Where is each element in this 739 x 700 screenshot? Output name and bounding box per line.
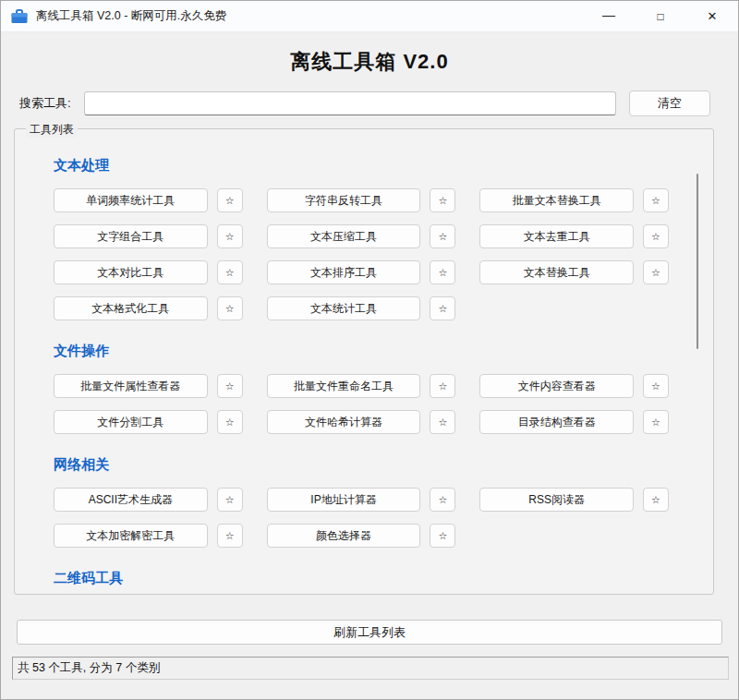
tool-button[interactable]: 文本排序工具 [267,260,421,284]
app-toolbox-icon [10,7,29,26]
favorite-star-button[interactable]: ☆ [430,260,455,284]
tool-button[interactable]: 文本加密解密工具 [54,524,208,548]
window-controls: — □ ✕ [583,1,738,31]
tool-cell: 批量文件重命名工具☆ [267,374,456,398]
tool-button[interactable]: 文本压缩工具 [267,224,421,248]
tool-cell: 单词频率统计工具☆ [54,188,243,212]
tool-button[interactable]: 文件分割工具 [54,410,208,434]
tool-cell: 文件内容查看器☆ [479,374,669,398]
tool-button[interactable]: 文字组合工具 [54,224,208,248]
tool-list-groupbox: 工具列表 文本处理单词频率统计工具☆字符串反转工具☆批量文本替换工具☆文字组合工… [14,128,714,595]
clear-search-button[interactable]: 清空 [629,91,710,116]
favorite-star-button[interactable]: ☆ [430,374,455,398]
favorite-star-button[interactable]: ☆ [217,374,243,398]
tool-grid: 单词频率统计工具☆字符串反转工具☆批量文本替换工具☆文字组合工具☆文本压缩工具☆… [54,188,669,320]
tool-cell: 文本压缩工具☆ [267,224,456,248]
tool-button[interactable]: RSS阅读器 [479,488,634,512]
minimize-icon: — [602,7,615,22]
tool-cell: 文本去重工具☆ [479,224,669,248]
status-bar: 共 53 个工具, 分为 7 个类别 [12,657,729,680]
window-title: 离线工具箱 V2.0 - 断网可用.永久免费 [36,8,583,24]
tool-cell: 文本替换工具☆ [479,260,669,284]
tool-grid: 批量文件属性查看器☆批量文件重命名工具☆文件内容查看器☆文件分割工具☆文件哈希计… [54,374,669,434]
favorite-star-button[interactable]: ☆ [430,188,455,212]
tool-button[interactable]: ASCII艺术生成器 [54,488,208,512]
tool-button[interactable]: 文件内容查看器 [479,374,634,398]
page-title: 离线工具箱 V2.0 [1,48,738,76]
refresh-tools-button[interactable]: 刷新工具列表 [17,620,722,645]
app-window: 离线工具箱 V2.0 - 断网可用.永久免费 — □ ✕ 离线工具箱 V2.0 … [0,0,739,700]
favorite-star-button[interactable]: ☆ [217,296,243,320]
minimize-button[interactable]: — [583,1,635,31]
category-header: 网络相关 [54,456,669,474]
tool-cell: 颜色选择器☆ [267,524,456,548]
tool-button[interactable]: 文本统计工具 [267,296,421,320]
tool-button[interactable]: 批量文件重命名工具 [267,374,421,398]
tool-cell: 目录结构查看器☆ [479,410,669,434]
favorite-star-button[interactable]: ☆ [430,410,455,434]
scrollbar-track[interactable] [695,139,700,585]
tool-button[interactable]: 文本格式化工具 [54,296,208,320]
close-button[interactable]: ✕ [686,1,738,31]
search-input[interactable] [84,91,616,115]
favorite-star-button[interactable]: ☆ [643,260,669,284]
tool-cell: 文字组合工具☆ [54,224,243,248]
tool-cell: 文件哈希计算器☆ [267,410,456,434]
search-row: 搜索工具: 清空 [19,91,710,116]
tool-button[interactable]: 批量文本替换工具 [479,188,634,212]
tool-cell: 文本对比工具☆ [54,260,243,284]
tool-button[interactable]: 单词频率统计工具 [54,188,208,212]
favorite-star-button[interactable]: ☆ [217,488,243,512]
tool-button[interactable]: 颜色选择器 [267,524,421,548]
tool-button[interactable]: 字符串反转工具 [267,188,421,212]
tool-cell: 文本加密解密工具☆ [54,524,243,548]
tool-cell: RSS阅读器☆ [479,488,669,512]
tool-cell: IP地址计算器☆ [267,488,456,512]
category-header: 二维码工具 [54,570,669,587]
tool-button[interactable]: 文本去重工具 [479,224,634,248]
status-text: 共 53 个工具, 分为 7 个类别 [18,660,160,676]
tool-button[interactable]: 批量文件属性查看器 [54,374,208,398]
favorite-star-button[interactable]: ☆ [643,488,669,512]
search-label: 搜索工具: [19,95,71,112]
maximize-icon: □ [657,10,663,23]
close-icon: ✕ [708,9,718,23]
tool-button[interactable]: 文本替换工具 [479,260,634,284]
category-header: 文本处理 [54,157,669,175]
favorite-star-button[interactable]: ☆ [217,260,243,284]
favorite-star-button[interactable]: ☆ [643,188,669,212]
favorite-star-button[interactable]: ☆ [430,524,455,548]
maximize-button[interactable]: □ [635,1,686,31]
tool-cell: 文件分割工具☆ [54,410,243,434]
tool-cell: 文本统计工具☆ [267,296,456,320]
tool-cell: 文本排序工具☆ [267,260,456,284]
favorite-star-button[interactable]: ☆ [430,296,455,320]
tool-cell: 文本格式化工具☆ [54,296,243,320]
favorite-star-button[interactable]: ☆ [217,188,243,212]
tool-cell: 批量文件属性查看器☆ [54,374,243,398]
tool-cell: 字符串反转工具☆ [267,188,456,212]
favorite-star-button[interactable]: ☆ [217,524,243,548]
tool-scroll-area: 文本处理单词频率统计工具☆字符串反转工具☆批量文本替换工具☆文字组合工具☆文本压… [20,135,693,588]
favorite-star-button[interactable]: ☆ [430,224,455,248]
category-header: 文件操作 [54,343,669,360]
favorite-star-button[interactable]: ☆ [430,488,455,512]
favorite-star-button[interactable]: ☆ [217,410,243,434]
tool-grid: ASCII艺术生成器☆IP地址计算器☆RSS阅读器☆文本加密解密工具☆颜色选择器… [54,488,669,548]
favorite-star-button[interactable]: ☆ [217,224,243,248]
tool-cell: 批量文本替换工具☆ [479,188,669,212]
tool-button[interactable]: 目录结构查看器 [479,410,634,434]
favorite-star-button[interactable]: ☆ [643,374,669,398]
tool-button[interactable]: IP地址计算器 [267,488,421,512]
favorite-star-button[interactable]: ☆ [643,410,669,434]
titlebar: 离线工具箱 V2.0 - 断网可用.永久免费 — □ ✕ [1,1,738,32]
favorite-star-button[interactable]: ☆ [643,224,669,248]
tool-cell: ASCII艺术生成器☆ [54,488,243,512]
tool-button[interactable]: 文件哈希计算器 [267,410,421,434]
tool-button[interactable]: 文本对比工具 [54,260,208,284]
scrollbar-thumb[interactable] [697,174,698,349]
